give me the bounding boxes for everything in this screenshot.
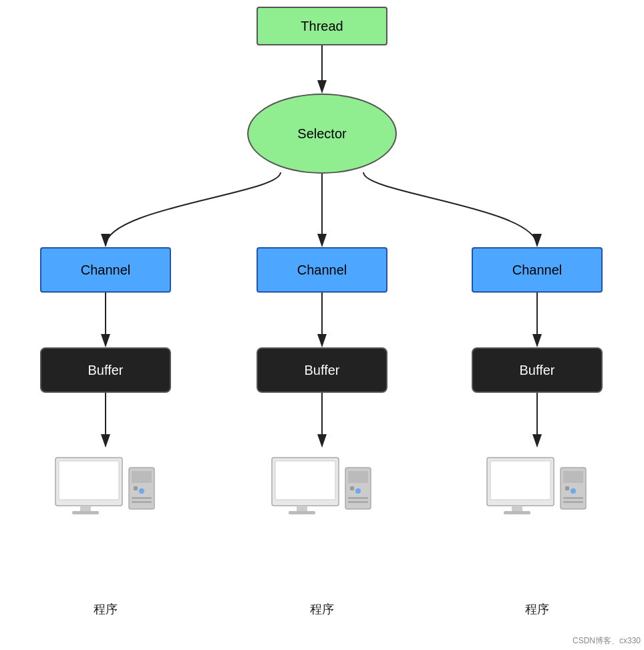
svg-rect-34 bbox=[563, 471, 583, 483]
svg-rect-12 bbox=[72, 511, 99, 514]
computer-svg-right bbox=[484, 454, 591, 521]
svg-rect-15 bbox=[134, 486, 138, 490]
svg-rect-17 bbox=[132, 497, 152, 499]
channel-box-right: Channel bbox=[472, 247, 603, 293]
channel-label-right: Channel bbox=[512, 263, 562, 278]
svg-rect-18 bbox=[132, 501, 152, 503]
computer-icon-center bbox=[257, 448, 387, 521]
buffer-box-center: Buffer bbox=[257, 347, 387, 393]
svg-rect-38 bbox=[563, 501, 583, 503]
selector-label: Selector bbox=[297, 126, 346, 142]
process-label-right: 程序 bbox=[472, 601, 603, 617]
computer-svg-left bbox=[52, 454, 159, 521]
svg-rect-20 bbox=[275, 461, 335, 500]
svg-rect-35 bbox=[565, 486, 569, 490]
channel-label-center: Channel bbox=[297, 263, 347, 278]
buffer-label-center: Buffer bbox=[305, 363, 340, 378]
svg-rect-28 bbox=[348, 501, 368, 503]
process-label-center: 程序 bbox=[257, 601, 387, 617]
watermark: CSDN博客、cx330 bbox=[573, 635, 641, 647]
svg-point-16 bbox=[139, 488, 144, 494]
diagram-container: Thread Selector Channel Channel Channel … bbox=[0, 0, 644, 650]
svg-point-26 bbox=[355, 488, 361, 494]
svg-rect-21 bbox=[297, 506, 307, 511]
buffer-label-right: Buffer bbox=[520, 363, 555, 378]
computer-icon-right bbox=[472, 448, 603, 521]
channel-box-left: Channel bbox=[40, 247, 171, 293]
svg-rect-22 bbox=[289, 511, 315, 514]
svg-rect-30 bbox=[490, 461, 550, 500]
svg-rect-32 bbox=[504, 511, 530, 514]
svg-rect-27 bbox=[348, 497, 368, 499]
process-label-left: 程序 bbox=[40, 601, 171, 617]
selector-ellipse: Selector bbox=[247, 94, 397, 174]
thread-label: Thread bbox=[301, 19, 343, 34]
svg-rect-37 bbox=[563, 497, 583, 499]
channel-box-center: Channel bbox=[257, 247, 387, 293]
svg-rect-25 bbox=[350, 486, 354, 490]
svg-rect-14 bbox=[132, 471, 152, 483]
channel-label-left: Channel bbox=[81, 263, 131, 278]
svg-rect-31 bbox=[512, 506, 522, 511]
thread-box: Thread bbox=[257, 7, 387, 45]
svg-rect-10 bbox=[59, 461, 119, 500]
svg-rect-11 bbox=[80, 506, 91, 511]
buffer-box-right: Buffer bbox=[472, 347, 603, 393]
computer-icon-left bbox=[40, 448, 171, 521]
svg-point-36 bbox=[571, 488, 576, 494]
buffer-box-left: Buffer bbox=[40, 347, 171, 393]
computer-svg-center bbox=[269, 454, 375, 521]
buffer-label-left: Buffer bbox=[88, 363, 124, 378]
svg-rect-24 bbox=[348, 471, 368, 483]
